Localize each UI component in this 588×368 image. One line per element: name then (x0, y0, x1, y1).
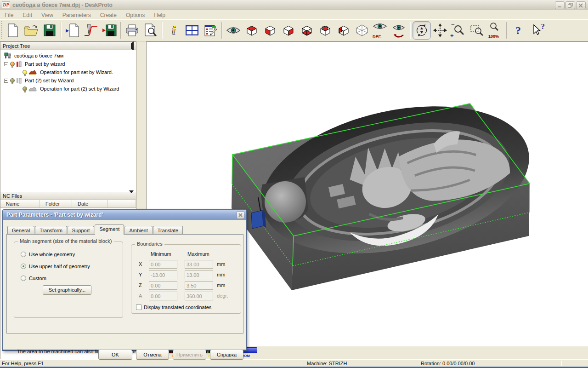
column-date[interactable]: Date (72, 200, 108, 207)
column-folder[interactable]: Folder (40, 200, 72, 207)
help-button[interactable]: ? (509, 21, 527, 40)
open-project-button[interactable] (22, 21, 40, 40)
collapse-node-icon[interactable] (4, 62, 8, 66)
tab-transform[interactable]: Transform (35, 226, 67, 235)
load-geometry-button[interactable] (63, 21, 82, 40)
zoom-in-out-button[interactable]: − + (449, 21, 468, 40)
status-bar: For Help, press F1 Machine: STRIZH Rotat… (0, 359, 588, 367)
radio-whole-geometry[interactable]: Use whole geometry (21, 252, 75, 257)
context-help-icon: ? (541, 22, 545, 31)
tab-general[interactable]: General (7, 226, 34, 235)
close-button[interactable] (576, 1, 586, 9)
menu-edit[interactable]: Edit (18, 11, 37, 19)
redraw-view-button[interactable] (390, 21, 408, 40)
collapse-node-icon[interactable] (4, 79, 8, 83)
calculate-toolpaths-button[interactable] (82, 21, 100, 40)
x-unit: mm (217, 261, 225, 267)
menu-view[interactable]: View (37, 11, 58, 19)
show-geometry-button[interactable] (224, 21, 243, 40)
dialog-close-button[interactable] (237, 211, 244, 219)
minimize-button[interactable] (555, 1, 565, 9)
cube-back-icon (319, 24, 331, 36)
window-layout-button[interactable] (183, 21, 201, 40)
tab-support[interactable]: Support (68, 226, 95, 235)
rotate-orbit-icon (414, 23, 429, 38)
radio-selected-icon[interactable] (21, 264, 26, 269)
y-max-field (185, 270, 213, 279)
toolbar-separator (410, 22, 411, 39)
grid-icon (186, 25, 198, 35)
tab-translate[interactable]: Translate (153, 226, 183, 235)
axis-x-label: X (139, 261, 145, 267)
menu-options[interactable]: Options (121, 11, 149, 19)
view-bottom-button[interactable] (298, 21, 316, 40)
tree-item-label: свобода в боксе 7мм (12, 53, 63, 58)
main-segment-legend: Main segment (size of the material block… (18, 238, 114, 244)
print-button[interactable] (123, 21, 141, 40)
app-logo-icon: DP (2, 1, 10, 8)
dialog-tabs: General Transform Support Segment Ambien… (7, 224, 183, 235)
tree-item-part-1[interactable]: Part set by wizard (0, 60, 136, 68)
zoom-100-button[interactable]: 100% (486, 21, 504, 40)
collapse-panel-button[interactable] (131, 43, 134, 49)
view-top-button[interactable] (243, 21, 261, 40)
view-front-button[interactable] (261, 21, 279, 40)
z-min-field (149, 281, 177, 290)
apply-button: Применить (173, 350, 206, 360)
new-project-button[interactable] (4, 21, 22, 40)
view-back-button[interactable] (316, 21, 334, 40)
report-button[interactable] (201, 21, 220, 40)
nc-files-header: NC Files (0, 192, 136, 200)
radio-icon[interactable] (21, 276, 26, 281)
bulb-olive-icon (23, 86, 27, 91)
default-view-button[interactable]: DEF. (371, 21, 390, 40)
wireframe-view-button[interactable] (353, 21, 371, 40)
menu-create[interactable]: Create (96, 11, 121, 19)
status-help-text: For Help, press F1 (2, 361, 44, 366)
tree-item-part-2[interactable]: Part (2) set by Wizard (0, 76, 136, 85)
radio-icon[interactable] (21, 252, 26, 257)
help-button-dialog[interactable]: Справка (210, 350, 243, 360)
nc-files-columns: Name Folder Date (0, 200, 136, 208)
tree-item-operation-1[interactable]: Operation for part set by Wizard. (0, 68, 136, 76)
menu-file[interactable]: File (0, 11, 18, 19)
tree-item-operation-2[interactable]: Operation for part (2) set by Wizard (0, 85, 136, 93)
pan-view-button[interactable] (431, 21, 449, 40)
ok-button[interactable]: OK (98, 350, 132, 360)
toolbar-separator (61, 22, 62, 39)
rotate-view-button[interactable] (413, 21, 431, 40)
radio-custom[interactable]: Custom (21, 276, 46, 281)
print-preview-button[interactable] (141, 21, 160, 40)
cube-left-icon (338, 24, 350, 36)
bulb-orange-icon (10, 62, 15, 66)
arrow-left-icon (131, 41, 134, 51)
context-help-button[interactable]: ? (527, 21, 546, 40)
tab-segment[interactable]: Segment (95, 224, 124, 235)
menu-parameters[interactable]: Parameters (58, 11, 96, 19)
minimum-header: Minimum (151, 251, 171, 257)
view-right-button[interactable] (279, 21, 298, 40)
toolbar-separator (162, 22, 163, 39)
cancel-button[interactable]: Отмена (136, 350, 169, 360)
restore-button[interactable] (565, 1, 575, 9)
bulb-olive-icon (10, 78, 15, 83)
menu-bar: File Edit View Parameters Create Options… (0, 11, 588, 19)
info-button[interactable]: i (164, 21, 183, 40)
toolbar-grip[interactable] (1, 21, 2, 40)
tab-ambient[interactable]: Ambient (124, 226, 152, 235)
checkbox-icon[interactable] (136, 305, 141, 310)
view-left-button[interactable] (334, 21, 353, 40)
write-nc-file-button[interactable] (100, 21, 119, 40)
display-translated-checkbox[interactable]: Display translated coordinates (136, 305, 211, 310)
save-project-button[interactable] (40, 21, 59, 40)
column-name[interactable]: Name (0, 200, 40, 207)
zoom-window-button[interactable] (468, 21, 486, 40)
radio-upper-half[interactable]: Use upper half of geometry (21, 264, 90, 269)
dialog-title-bar[interactable]: Part Parameters - 'Part set by wizard' (3, 210, 246, 220)
set-graphically-button[interactable]: Set graphically... (43, 285, 91, 295)
expand-panel-button[interactable] (129, 193, 134, 199)
menu-help[interactable]: Help (149, 11, 170, 19)
tree-item-project[interactable]: свобода в боксе 7мм (0, 52, 136, 60)
dome-feature (265, 181, 306, 223)
column-extra (108, 200, 136, 207)
